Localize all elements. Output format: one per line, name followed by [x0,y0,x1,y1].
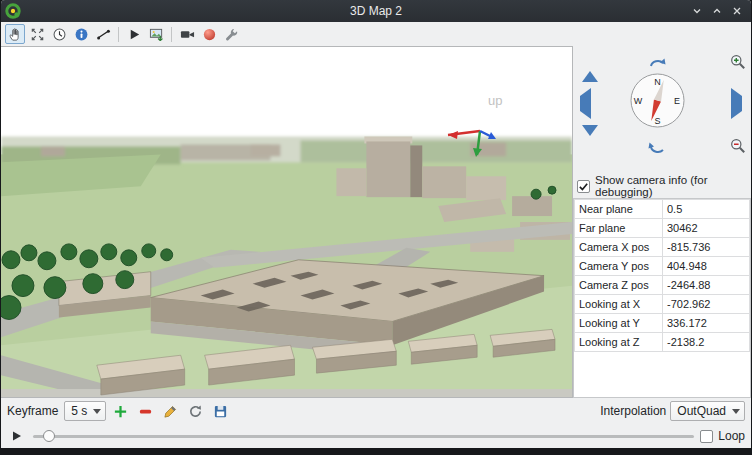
loop-checkbox[interactable]: Loop [700,429,745,443]
slider-groove[interactable] [33,435,694,438]
minus-icon [138,404,153,419]
tilt-up-button[interactable] [647,54,667,72]
compass-w-label: W [634,96,643,106]
table-row: Camera Y pos404.948 [575,257,750,276]
timeline-slider[interactable] [33,428,694,444]
row-value: -702.962 [663,295,750,314]
interpolation-label: Interpolation [600,404,666,418]
chevron-up-icon [712,6,722,16]
move-down-button[interactable] [582,136,598,151]
row-label: Looking at X [575,295,663,314]
add-keyframe-button[interactable] [110,401,131,422]
row-label: Camera Y pos [575,257,663,276]
row-value: 404.948 [663,257,750,276]
arrow-left-icon [580,88,591,119]
row-label: Near plane [575,200,663,219]
configure-button[interactable] [221,24,241,44]
move-left-button[interactable] [580,96,591,111]
save-floppy-icon [213,404,228,419]
refresh-icon [188,404,203,419]
play-animation-button[interactable] [124,24,144,44]
maximize-button[interactable] [709,3,725,19]
red-sphere-icon [202,27,217,42]
timeline-play-button[interactable] [7,427,27,445]
keyframe-duration-value: 5 s [71,404,87,418]
edit-keyframe-button[interactable] [160,401,181,422]
camera-info-table: Near plane0.5 Far plane30462 Camera X po… [573,198,751,398]
remove-keyframe-button[interactable] [135,401,156,422]
3d-scene [1,47,572,397]
row-value: -2138.2 [663,333,750,352]
minimize-button[interactable] [689,3,705,19]
compass[interactable]: N W E S [629,72,686,129]
info-icon [74,27,89,42]
export-camera-button[interactable] [177,24,197,44]
move-right-button[interactable] [731,96,742,111]
save-image-icon [149,27,164,42]
table-row: Looking at X-702.962 [575,295,750,314]
interpolation-select[interactable]: OutQuad [670,401,745,421]
checkbox-checked-icon [577,180,590,193]
slider-handle[interactable] [43,430,55,442]
play-icon [127,27,142,42]
row-value: 336.172 [663,314,750,333]
loop-label: Loop [718,429,745,443]
navigation-widget: N W E S [573,46,751,174]
table-row: Camera X pos-815.736 [575,238,750,257]
arrow-up-icon [582,56,598,82]
zoom-full-button[interactable] [27,24,47,44]
plus-icon [113,404,128,419]
camera-control-button[interactable] [5,24,25,44]
close-icon [732,6,742,16]
play-icon [11,430,23,442]
keyframe-duration-select[interactable]: 5 s [64,401,106,421]
effects-button[interactable] [199,24,219,44]
chevron-down-icon [93,409,101,414]
row-value: 30462 [663,219,750,238]
3d-viewport[interactable]: up [1,46,573,398]
pan-hand-icon [8,27,23,42]
close-button[interactable] [729,3,745,19]
video-camera-icon [180,27,195,42]
timeline-bar: Loop [1,424,751,448]
identify-button[interactable] [71,24,91,44]
checkbox-unchecked-icon [700,430,713,443]
row-label: Far plane [575,219,663,238]
3d-map-toolbar [1,22,751,46]
animation-clock-button[interactable] [49,24,69,44]
compass-e-label: E [674,96,680,106]
arrow-down-icon [582,125,598,151]
titlebar[interactable]: 3D Map 2 [1,0,751,22]
window-frame: 3D Map 2 [0,0,752,455]
show-camera-info-checkbox[interactable]: Show camera info (for debugging) [573,174,751,198]
row-label: Looking at Z [575,333,663,352]
zoom-out-button[interactable] [730,138,746,157]
chevron-down-icon [732,409,740,414]
row-value: -815.736 [663,238,750,257]
curved-arrow-right-icon [647,138,667,153]
move-up-button[interactable] [582,56,598,71]
clock-icon [52,27,67,42]
qgis-logo-icon [5,3,21,19]
update-keyframe-button[interactable] [185,401,206,422]
row-value: 0.5 [663,200,750,219]
row-label: Looking at Y [575,314,663,333]
measure-line-button[interactable] [93,24,113,44]
zoom-in-button[interactable] [730,54,746,73]
save-image-button[interactable] [146,24,166,44]
pencil-icon [163,404,178,419]
window-title: 3D Map 2 [1,4,751,18]
table-row: Looking at Z-2138.2 [575,333,750,352]
qgis-3d-map-window: 3D Map 2 [1,0,751,448]
tilt-down-button[interactable] [647,138,667,156]
zoom-out-icon [730,138,746,154]
toolbar-separator [118,27,119,42]
zoom-in-icon [730,54,746,70]
row-value: -2464.88 [663,276,750,295]
show-camera-info-label: Show camera info (for debugging) [595,174,747,198]
camera-side-panel: N W E S Show camera info (for debugging) [573,46,751,398]
interpolation-value: OutQuad [677,404,726,418]
content-area: up [1,46,751,398]
keyframe-label: Keyframe [7,404,58,418]
export-animation-button[interactable] [210,401,231,422]
